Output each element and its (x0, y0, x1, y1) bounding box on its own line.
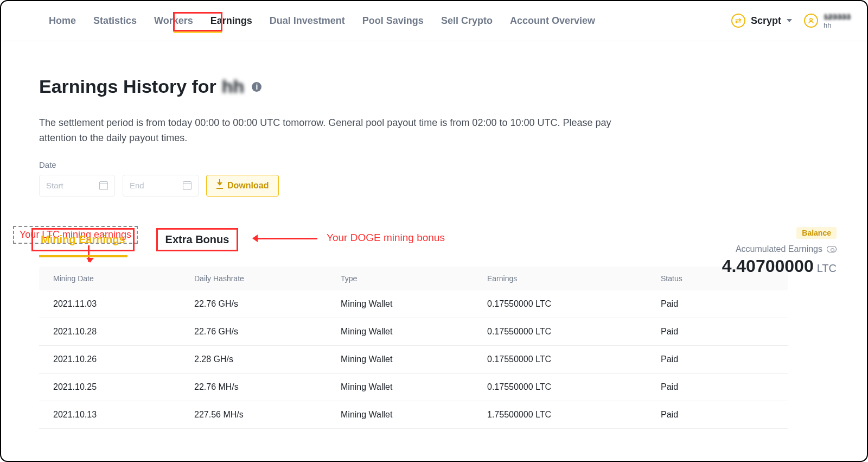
cell-type: Mining Wallet (341, 410, 487, 420)
cell-hashrate: 22.76 GH/s (194, 327, 341, 337)
filter-row: Start End Download (39, 175, 867, 197)
cell-type: Mining Wallet (341, 327, 487, 337)
download-button-label: Download (227, 181, 269, 191)
cell-hashrate: 22.76 MH/s (194, 382, 341, 392)
table-row: 2021.10.26 2.28 GH/s Mining Wallet 0.175… (39, 346, 788, 374)
earnings-table: Mining Date Daily Hashrate Type Earnings… (39, 267, 788, 429)
table-header: Mining Date Daily Hashrate Type Earnings… (39, 267, 788, 290)
col-type: Type (341, 274, 487, 283)
cell-earnings: 0.17550000 LTC (487, 382, 661, 392)
col-mining-date: Mining Date (53, 274, 194, 283)
col-earnings: Earnings (487, 274, 661, 283)
earnings-summary-panel: Balance Accumulated Earnings 4.40700000 … (722, 227, 837, 276)
balance-badge[interactable]: Balance (796, 227, 837, 239)
end-date-placeholder: End (130, 181, 144, 190)
cell-earnings: 0.17550000 LTC (487, 355, 661, 364)
cell-earnings: 0.17550000 LTC (487, 327, 661, 337)
download-button[interactable]: Download (206, 175, 279, 197)
accumulated-earnings-unit: LTC (817, 262, 837, 275)
cell-date: 2021.10.28 (53, 327, 194, 337)
cell-type: Mining Wallet (341, 382, 487, 392)
nav-item-sell-crypto[interactable]: Sell Crypto (432, 2, 501, 40)
cell-status: Paid (661, 327, 802, 337)
cell-date: 2021.10.26 (53, 355, 194, 364)
user-id: 123333 (824, 12, 851, 22)
cell-status: Paid (661, 410, 802, 420)
cell-hashrate: 227.56 MH/s (194, 410, 341, 420)
table-row: 2021.10.25 22.76 MH/s Mining Wallet 0.17… (39, 374, 788, 401)
date-filter-label: Date (39, 160, 867, 169)
tab-mining-earnings-label: Mining Earnings (41, 233, 125, 245)
page-title-username: hh (222, 76, 245, 97)
nav-item-dual-investment[interactable]: Dual Investment (261, 2, 354, 40)
table-row: 2021.10.13 227.56 MH/s Mining Wallet 1.7… (39, 401, 788, 429)
cell-status: Paid (661, 355, 802, 364)
end-date-input[interactable]: End (123, 175, 199, 197)
table-row: 2021.10.28 22.76 GH/s Mining Wallet 0.17… (39, 318, 788, 346)
cell-hashrate: 2.28 GH/s (194, 355, 341, 364)
accumulated-earnings-value: 4.40700000 (722, 256, 814, 276)
visibility-toggle-icon[interactable] (827, 246, 837, 252)
user-sublabel: hh (824, 22, 851, 29)
tab-active-underline (39, 255, 127, 257)
page-title: Earnings History for (39, 76, 216, 97)
nav-item-home[interactable]: Home (40, 2, 85, 40)
calendar-icon (183, 181, 192, 190)
cell-earnings: 0.17550000 LTC (487, 299, 661, 309)
settlement-description: The settlement period is from today 00:0… (39, 116, 636, 146)
chevron-down-icon (787, 19, 792, 22)
table-row: 2021.11.03 22.76 GH/s Mining Wallet 0.17… (39, 290, 788, 318)
calendar-icon (99, 181, 108, 190)
download-icon (216, 182, 223, 189)
nav-item-earnings[interactable]: Earnings (202, 2, 261, 40)
cell-earnings: 1.75500000 LTC (487, 410, 661, 420)
col-daily-hashrate: Daily Hashrate (194, 274, 341, 283)
cell-hashrate: 22.76 GH/s (194, 299, 341, 309)
cell-status: Paid (661, 382, 802, 392)
start-date-input[interactable]: Start (39, 175, 115, 197)
nav-item-workers[interactable]: Workers (145, 2, 202, 40)
accumulated-earnings-label: Accumulated Earnings (736, 244, 822, 254)
nav-item-statistics[interactable]: Statistics (85, 2, 145, 40)
algorithm-label: Scrypt (751, 15, 781, 27)
tab-extra-bonus-label: Extra Bonus (165, 233, 229, 245)
annotation-doge-bonus: Your DOGE mining bonus (327, 232, 445, 244)
nav-item-account-overview[interactable]: Account Overview (501, 2, 604, 40)
top-nav-bar: Home Statistics Workers Earnings Dual In… (1, 1, 867, 41)
page-title-row: Earnings History for hh i (39, 76, 867, 97)
user-menu[interactable]: 123333 hh (804, 12, 851, 29)
cell-date: 2021.10.13 (53, 410, 194, 420)
algorithm-icon: ⇄ (731, 14, 745, 28)
tab-extra-bonus[interactable]: Extra Bonus (156, 228, 239, 251)
cell-type: Mining Wallet (341, 299, 487, 309)
cell-date: 2021.10.25 (53, 382, 194, 392)
cell-type: Mining Wallet (341, 355, 487, 364)
tab-mining-earnings[interactable]: Mining Earnings (31, 228, 135, 251)
user-avatar-icon (804, 14, 818, 28)
start-date-placeholder: Start (46, 181, 63, 190)
cell-date: 2021.11.03 (53, 299, 194, 309)
cell-status: Paid (661, 299, 802, 309)
nav-list: Home Statistics Workers Earnings Dual In… (17, 2, 604, 40)
nav-item-pool-savings[interactable]: Pool Savings (354, 2, 432, 40)
svg-point-0 (810, 18, 812, 21)
info-icon[interactable]: i (252, 82, 261, 92)
algorithm-dropdown[interactable]: ⇄ Scrypt (731, 14, 792, 28)
annotation-doge-arrow (253, 238, 317, 239)
